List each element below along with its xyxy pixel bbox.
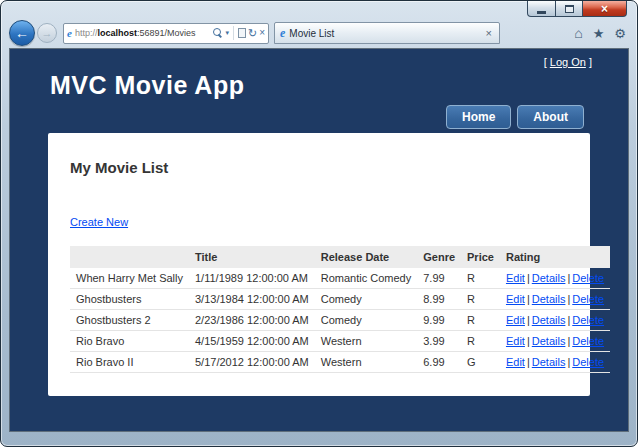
- header-price: Price: [461, 246, 500, 268]
- delete-link[interactable]: Delete: [572, 356, 604, 368]
- details-link[interactable]: Details: [532, 272, 566, 284]
- genre-cell: Western: [315, 352, 417, 373]
- actions-cell: Edit|Details|Delete: [500, 331, 610, 352]
- edit-link[interactable]: Edit: [506, 272, 525, 284]
- mvc-movie-app-page: [ Log On ] MVC Movie App Home About My M…: [10, 49, 628, 431]
- delete-link[interactable]: Delete: [572, 314, 604, 326]
- minimize-button[interactable]: [527, 1, 556, 17]
- edit-link[interactable]: Edit: [506, 335, 525, 347]
- price-cell: 7.99: [417, 268, 461, 289]
- delete-link[interactable]: Delete: [572, 293, 604, 305]
- details-link[interactable]: Details: [532, 293, 566, 305]
- url-text: http://localhost:56891/Movies: [75, 28, 214, 38]
- logon-link[interactable]: Log On: [550, 56, 586, 68]
- compatibility-view-icon[interactable]: [238, 28, 246, 38]
- table-row: Ghostbusters 2 2/23/1986 12:00:00 AM Com…: [70, 310, 610, 331]
- actions-cell: Edit|Details|Delete: [500, 310, 610, 331]
- maximize-button[interactable]: [556, 1, 583, 17]
- table-row: Ghostbusters 3/13/1984 12:00:00 AM Comed…: [70, 289, 610, 310]
- genre-cell: Comedy: [315, 310, 417, 331]
- main-menu: Home About: [446, 105, 584, 129]
- rating-cell: R: [461, 289, 500, 310]
- price-cell: 3.99: [417, 331, 461, 352]
- maximize-icon: [565, 5, 574, 13]
- actions-cell: Edit|Details|Delete: [500, 268, 610, 289]
- action-separator: |: [527, 272, 530, 284]
- address-bar[interactable]: e http://localhost:56891/Movies ▾ ↻ ×: [63, 23, 269, 44]
- release-date-cell: 5/17/2012 12:00:00 AM: [189, 352, 315, 373]
- stop-button[interactable]: ×: [259, 28, 265, 38]
- table-row: Rio Bravo II 5/17/2012 12:00:00 AM Weste…: [70, 352, 610, 373]
- window-close-button[interactable]: ×: [583, 1, 627, 17]
- delete-link[interactable]: Delete: [572, 272, 604, 284]
- search-icon[interactable]: [213, 28, 223, 38]
- rating-cell: R: [461, 310, 500, 331]
- details-link[interactable]: Details: [532, 335, 566, 347]
- action-separator: |: [567, 293, 570, 305]
- address-bar-divider: [233, 26, 234, 40]
- back-arrow-icon: ←: [15, 25, 29, 41]
- window-close-icon: ×: [601, 2, 608, 16]
- release-date-cell: 1/11/1989 12:00:00 AM: [189, 268, 315, 289]
- movie-name-cell: Ghostbusters 2: [70, 310, 189, 331]
- home-icon[interactable]: ⌂: [574, 26, 582, 40]
- tab-movie-list[interactable]: e Movie List ×: [274, 22, 500, 44]
- header-release-date: Release Date: [315, 246, 417, 268]
- refresh-button[interactable]: ↻: [248, 28, 257, 39]
- nav-home-button[interactable]: Home: [446, 105, 511, 129]
- header-rating: Rating: [500, 246, 610, 268]
- nav-about-button[interactable]: About: [517, 105, 584, 129]
- ie-favicon-icon: e: [67, 28, 72, 39]
- content-card: My Movie List Create New Title Release D…: [48, 133, 590, 396]
- movie-name-cell: Rio Bravo II: [70, 352, 189, 373]
- edit-link[interactable]: Edit: [506, 356, 525, 368]
- action-separator: |: [527, 335, 530, 347]
- url-path: :56891/Movies: [137, 28, 196, 38]
- search-dropdown-icon[interactable]: ▾: [225, 29, 229, 37]
- action-separator: |: [567, 272, 570, 284]
- release-date-cell: 3/13/1984 12:00:00 AM: [189, 289, 315, 310]
- actions-cell: Edit|Details|Delete: [500, 289, 610, 310]
- release-date-cell: 2/23/1986 12:00:00 AM: [189, 310, 315, 331]
- table-row: Rio Bravo 4/15/1959 12:00:00 AM Western …: [70, 331, 610, 352]
- genre-cell: Comedy: [315, 289, 417, 310]
- details-link[interactable]: Details: [532, 314, 566, 326]
- movie-name-cell: Ghostbusters: [70, 289, 189, 310]
- price-cell: 8.99: [417, 289, 461, 310]
- site-title: MVC Movie App: [50, 71, 244, 100]
- movie-name-cell: Rio Bravo: [70, 331, 189, 352]
- action-separator: |: [527, 356, 530, 368]
- rating-cell: G: [461, 352, 500, 373]
- rating-cell: R: [461, 331, 500, 352]
- create-new-link[interactable]: Create New: [70, 216, 128, 228]
- back-button[interactable]: ←: [9, 20, 35, 46]
- tools-gear-icon[interactable]: ⚙: [614, 27, 626, 40]
- edit-link[interactable]: Edit: [506, 293, 525, 305]
- window-controls: ×: [527, 1, 627, 17]
- favorites-star-icon[interactable]: ★: [593, 27, 605, 40]
- delete-link[interactable]: Delete: [572, 335, 604, 347]
- list-heading: My Movie List: [70, 159, 568, 176]
- actions-cell: Edit|Details|Delete: [500, 352, 610, 373]
- logon-area: [ Log On ]: [544, 56, 592, 68]
- browser-window: × ← → e http://localhost:56891/Movies ▾ …: [0, 0, 638, 447]
- forward-button[interactable]: →: [37, 23, 57, 43]
- header-title: Title: [189, 246, 315, 268]
- movies-table: Title Release Date Genre Price Rating Wh…: [70, 246, 610, 373]
- action-separator: |: [527, 293, 530, 305]
- url-host: localhost: [97, 28, 137, 38]
- rating-cell: R: [461, 268, 500, 289]
- tab-close-button[interactable]: ×: [484, 28, 494, 39]
- price-cell: 9.99: [417, 310, 461, 331]
- edit-link[interactable]: Edit: [506, 314, 525, 326]
- table-row: When Harry Met Sally 1/11/1989 12:00:00 …: [70, 268, 610, 289]
- action-separator: |: [567, 356, 570, 368]
- table-header-row: Title Release Date Genre Price Rating: [70, 246, 610, 268]
- genre-cell: Romantic Comedy: [315, 268, 417, 289]
- genre-cell: Western: [315, 331, 417, 352]
- forward-arrow-icon: →: [42, 27, 53, 39]
- price-cell: 6.99: [417, 352, 461, 373]
- details-link[interactable]: Details: [532, 356, 566, 368]
- action-separator: |: [567, 335, 570, 347]
- address-bar-icons: ▾ ↻ ×: [213, 26, 265, 40]
